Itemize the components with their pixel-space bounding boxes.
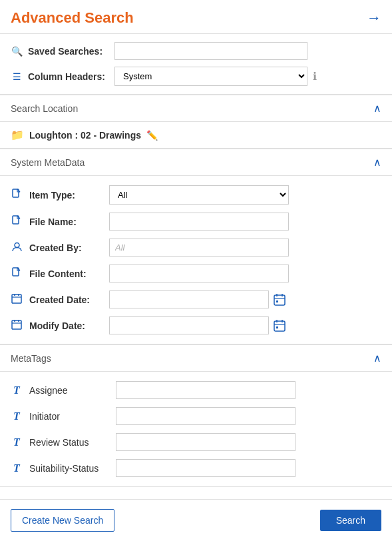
folder-icon: 📁 [11, 129, 24, 141]
svg-rect-9 [276, 326, 278, 328]
search-button[interactable]: Search [320, 510, 381, 531]
page-title: Advanced Search [11, 9, 134, 27]
initiator-row: T Initiator [11, 407, 381, 425]
created-date-input[interactable] [109, 290, 269, 308]
file-content-input[interactable] [109, 265, 289, 282]
info-icon[interactable]: ℹ [313, 70, 317, 83]
modify-date-wrapper [109, 316, 286, 334]
assignee-type-icon: T [11, 384, 23, 396]
file-name-row: File Name: [11, 213, 381, 231]
initiator-input[interactable] [116, 407, 295, 425]
assignee-row: T Assignee [11, 381, 381, 399]
modify-date-icon [11, 319, 23, 332]
file-content-icon [11, 267, 23, 280]
location-row: 📁 Loughton : 02 - Drawings ✏️ [0, 122, 392, 149]
system-metadata-content: Item Type: All File Folder File Name: Cr… [0, 176, 392, 344]
search-location-chevron-icon: ∧ [373, 102, 381, 115]
metatags-chevron-icon: ∧ [373, 352, 381, 364]
svg-rect-8 [274, 321, 285, 331]
svg-rect-0 [13, 189, 19, 197]
assignee-label: Assignee [29, 385, 116, 396]
column-headers-select[interactable]: System Custom [114, 67, 307, 86]
system-metadata-chevron-icon: ∧ [373, 156, 381, 169]
saved-searches-label: Saved Searches: [28, 46, 114, 57]
suitability-status-row: T Suitability-Status [11, 459, 381, 477]
suitability-status-input[interactable] [116, 459, 295, 477]
saved-searches-input[interactable] [114, 42, 307, 60]
metatags-content: T Assignee T Initiator T Review Status T… [0, 372, 392, 487]
column-headers-row: ☰ Column Headers: System Custom ℹ [11, 67, 381, 86]
assignee-input[interactable] [116, 381, 295, 399]
system-metadata-title: System MetaData [11, 157, 85, 168]
modify-date-label: Modify Date: [29, 320, 109, 331]
review-status-row: T Review Status [11, 433, 381, 451]
modify-date-row: Modify Date: [11, 316, 381, 334]
svg-rect-6 [276, 300, 278, 302]
modify-date-calendar-button[interactable] [273, 319, 286, 332]
file-content-label: File Content: [29, 269, 109, 279]
initiator-label: Initiator [29, 411, 116, 422]
svg-rect-3 [13, 268, 19, 276]
search-location-title: Search Location [11, 103, 78, 114]
suitability-status-label: Suitability-Status [29, 463, 116, 474]
created-by-input[interactable] [109, 239, 289, 257]
edit-icon[interactable]: ✏️ [146, 130, 158, 141]
svg-point-2 [15, 243, 19, 247]
review-status-label: Review Status [29, 437, 116, 448]
created-date-icon [11, 293, 23, 306]
navigate-arrow-icon[interactable]: → [367, 9, 381, 27]
item-type-icon [11, 189, 23, 201]
top-fields: 🔍 Saved Searches: ☰ Column Headers: Syst… [0, 34, 392, 95]
modify-date-input[interactable] [109, 316, 269, 334]
header: Advanced Search → [0, 0, 392, 34]
svg-rect-4 [12, 294, 21, 303]
svg-rect-5 [274, 295, 285, 305]
svg-rect-1 [13, 216, 19, 224]
item-type-label: Item Type: [29, 190, 109, 201]
saved-searches-row: 🔍 Saved Searches: [11, 42, 381, 60]
file-name-icon [11, 215, 23, 228]
item-type-select[interactable]: All File Folder [109, 185, 289, 205]
suitability-status-type-icon: T [11, 462, 23, 474]
created-date-wrapper [109, 290, 286, 308]
column-headers-label: Column Headers: [28, 71, 114, 82]
location-text: Loughton : 02 - Drawings [29, 130, 141, 141]
created-date-label: Created Date: [29, 294, 109, 305]
system-metadata-section-header[interactable]: System MetaData ∧ [0, 149, 392, 176]
metatags-section-header[interactable]: MetaTags ∧ [0, 344, 392, 372]
created-date-calendar-button[interactable] [273, 293, 286, 306]
search-icon: 🔍 [11, 46, 23, 57]
create-new-search-button[interactable]: Create New Search [11, 509, 114, 532]
review-status-type-icon: T [11, 436, 23, 448]
created-by-row: Created By: [11, 239, 381, 257]
item-type-row: Item Type: All File Folder [11, 185, 381, 205]
initiator-type-icon: T [11, 410, 23, 422]
footer: Create New Search Search [0, 499, 392, 541]
column-headers-select-wrapper: System Custom ℹ [114, 67, 317, 86]
file-name-label: File Name: [29, 217, 109, 227]
file-content-row: File Content: [11, 265, 381, 282]
created-by-icon [11, 242, 23, 254]
metatags-title: MetaTags [11, 353, 51, 364]
list-icon: ☰ [11, 71, 23, 82]
review-status-input[interactable] [116, 433, 295, 451]
created-date-row: Created Date: [11, 290, 381, 308]
created-by-label: Created By: [29, 243, 109, 253]
svg-rect-7 [12, 320, 21, 329]
file-name-input[interactable] [109, 213, 289, 231]
search-location-section-header[interactable]: Search Location ∧ [0, 95, 392, 122]
